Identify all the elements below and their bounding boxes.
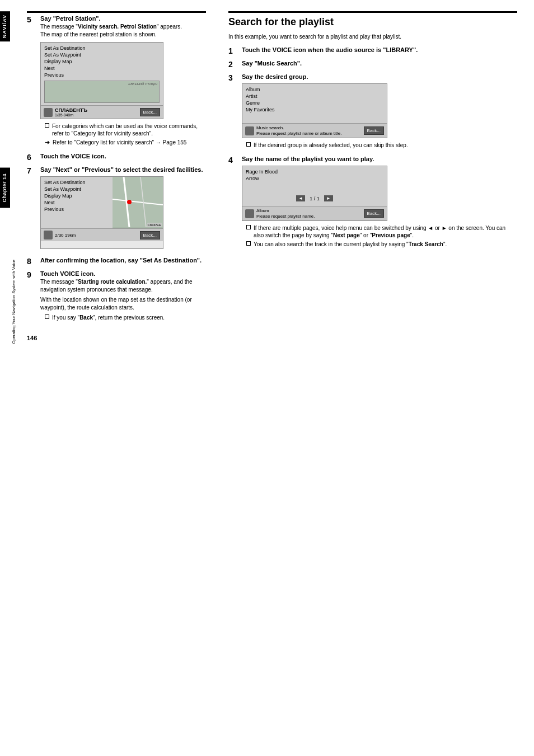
screen-mockup-1: Set As Destination Set As Waypoint Displ…	[40, 42, 163, 119]
screen-icon-3	[245, 126, 254, 135]
page-number: 146	[27, 335, 206, 341]
screen3-item-2: Artist	[246, 93, 383, 100]
menu2-item-5: Previous	[44, 206, 109, 213]
section-title: Search for the playlist	[228, 16, 517, 28]
step-9-bullet: If you say "Back", return the previous s…	[45, 314, 206, 321]
step-5-title: Say "Petrol Station".	[40, 15, 206, 22]
right-step-3-title: Say the desired group.	[242, 73, 517, 80]
step-7-content: Say "Next" or "Previous" to select the d…	[40, 166, 206, 252]
step-5-content: Say "Petrol Station". The message "Vicin…	[40, 15, 206, 148]
step-6-title: Touch the VOICE icon.	[40, 153, 206, 159]
step-3-bullets: If the desired group is already selected…	[246, 142, 517, 149]
step-4-bullets: If there are multiple pages, voice help …	[246, 224, 517, 248]
bullet-arrow-1: ➔	[45, 138, 50, 146]
right-step-4-title: Say the name of the playlist you want to…	[242, 156, 517, 162]
screen3-item-4: My Favorites	[246, 106, 383, 113]
step-9-bullets: If you say "Back", return the previous s…	[45, 314, 206, 321]
screen-2-menu: Set As Destination Set As Waypoint Displ…	[41, 177, 113, 228]
right-column: Search for the playlist In this example,…	[217, 11, 517, 745]
bullet-square-1	[45, 123, 49, 128]
next-page-arrow[interactable]: ►	[324, 195, 333, 201]
right-step-4-row: 4 Say the name of the playlist you want …	[228, 156, 517, 250]
section-intro: In this example, you want to search for …	[228, 32, 517, 41]
section-header-line	[228, 11, 517, 13]
step-8-content: After confirming the location, say "Set …	[40, 257, 206, 265]
screen-inner-3: Album Artist Genre My Favorites	[242, 84, 387, 123]
step-9-title: Touch VOICE icon.	[40, 270, 206, 277]
step-8-number: 8	[27, 257, 38, 266]
step-8-row: 8 After confirming the location, say "Se…	[27, 257, 206, 266]
step-7-row: 7 Say "Next" or "Previous" to select the…	[27, 166, 206, 252]
prev-page-arrow[interactable]: ◄	[296, 195, 305, 201]
menu2-item-4: Next	[44, 199, 109, 206]
step-4-bullet-2: You can also search the track in the cur…	[246, 241, 517, 248]
menu-item-1: Set As Destination	[44, 45, 160, 51]
svg-point-4	[127, 200, 132, 204]
step-5-row: 5 Say "Petrol Station". The message "Vic…	[27, 15, 206, 148]
step-8-title: After confirming the location, say "Set …	[40, 257, 206, 264]
step-5-number: 5	[27, 15, 38, 24]
screen4-item-1: Rage In Blood	[246, 168, 383, 175]
step-3-bullet-text: If the desired group is already selected…	[254, 142, 408, 149]
step-3-bullet: If the desired group is already selected…	[246, 142, 517, 149]
menu-item-3: Display Map	[44, 58, 160, 65]
screen-bottom-text-2: 2/30 19km	[55, 233, 140, 238]
screen4-item-2: Arrow	[246, 175, 383, 182]
bullet-square-9	[45, 314, 49, 319]
right-step-2-row: 2 Say "Music Search".	[228, 60, 517, 69]
step-4-bullet-1: If there are multiple pages, voice help …	[246, 224, 517, 239]
map-scale: СКОРЕЕ	[147, 223, 162, 227]
screen3-item-3: Genre	[246, 100, 383, 106]
right-step-3-row: 3 Say the desired group. Album Artist Ge…	[228, 73, 517, 151]
screen-mockup-3: Album Artist Genre My Favorites Music se…	[242, 83, 387, 138]
menu2-item-3: Display Map	[44, 192, 109, 199]
menu-item-5: Previous	[44, 72, 160, 78]
menu2-item-1: Set As Destination	[44, 179, 109, 186]
right-step-3-content: Say the desired group. Album Artist Genr…	[242, 73, 517, 151]
map-area-1: ЕВГЕНИЙ ПТИЦЫ	[44, 81, 160, 103]
right-step-2-number: 2	[228, 60, 240, 69]
step-9-content: Touch VOICE icon. The message "Starting …	[40, 270, 206, 323]
columns-layout: 5 Say "Petrol Station". The message "Vic…	[27, 11, 517, 745]
step-5-bullets: For categories which can be used as the …	[45, 123, 206, 146]
screen-icon-4	[245, 209, 254, 218]
step-7-number: 7	[27, 166, 38, 175]
screen-bottom-bar-2: 2/30 19km Back...	[41, 228, 163, 241]
map-overlay: ЕВГЕНИЙ ПТИЦЫ	[128, 82, 157, 86]
screen-bottom-bar-1: СПЛАВЕНТЪ 1/35 848m Back...	[41, 105, 163, 119]
screen-mockup-4: Rage In Blood Arrow ◄ 1 / 1 ►	[242, 166, 387, 221]
map-svg	[113, 177, 163, 227]
back-button-4[interactable]: Back...	[364, 209, 384, 218]
back-button-2[interactable]: Back...	[140, 231, 160, 240]
menu-item-4: Next	[44, 65, 160, 72]
screen-2-map: СКОРЕЕ	[113, 177, 163, 228]
sidebar-operating-label: Operating Your Navigation System with Vo…	[10, 257, 19, 346]
screen-bottom-bar-3: Music search.Please request playlist nam…	[242, 123, 387, 138]
screen-mockup-2: Set As Destination Set As Waypoint Displ…	[40, 176, 163, 249]
step-5-body2: The map of the nearest petrol station is…	[40, 31, 206, 39]
right-step-4-number: 4	[228, 156, 240, 165]
step-6-content: Touch the VOICE icon.	[40, 153, 206, 161]
sidebar-chapter-label: Chapter 14	[0, 168, 10, 208]
back-button-3[interactable]: Back...	[364, 126, 384, 135]
screen4-spacer	[246, 182, 383, 193]
main-content: 5 Say "Petrol Station". The message "Vic…	[21, 0, 534, 756]
step-5-bullet-1: For categories which can be used as the …	[45, 123, 206, 137]
screen-icon-2	[44, 231, 53, 240]
sidebar: NAVI/AV Chapter 14 Operating Your Naviga…	[0, 0, 21, 756]
screen-text-4: AlbumPlease request playlist name.	[256, 208, 364, 219]
cyrillic-label: СПЛАВЕНТЪ	[55, 107, 140, 113]
pagination-row: ◄ 1 / 1 ►	[246, 195, 383, 201]
screen3-item-1: Album	[246, 86, 383, 93]
right-step-2-content: Say "Music Search".	[242, 60, 517, 68]
right-step-2-title: Say "Music Search".	[242, 60, 517, 67]
step-7-title: Say "Next" or "Previous" to select the d…	[40, 166, 206, 173]
right-step-3-number: 3	[228, 73, 240, 82]
bullet-square-3	[246, 142, 251, 147]
back-button-1[interactable]: Back...	[140, 108, 160, 116]
dist-label-2: 2/30 19km	[55, 233, 140, 238]
left-column: 5 Say "Petrol Station". The message "Vic…	[27, 11, 217, 745]
right-step-1-content: Touch the VOICE icon when the audio sour…	[242, 46, 517, 54]
step-5-body1: The message "Vicinity search. Petrol Sta…	[40, 23, 206, 31]
pagination-text: 1 / 1	[310, 196, 320, 201]
